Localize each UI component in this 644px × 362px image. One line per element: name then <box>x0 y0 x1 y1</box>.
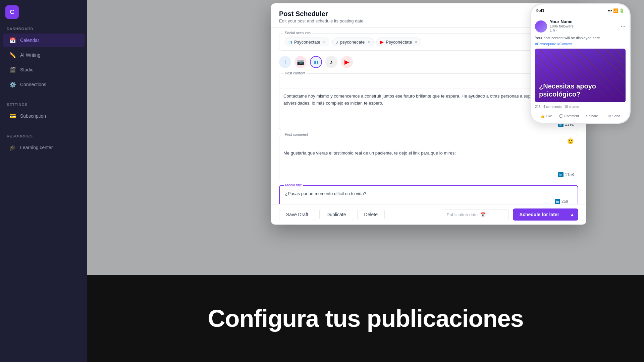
phone-frame: 9:41 ▪▪▪ 📶 🔋 Your Name 1806 followers 1 … <box>530 3 631 124</box>
post-actions: 👍 Like 💬 Comment ↗ Share ✉ <box>535 110 626 119</box>
settings-section-label: SETTINGS <box>0 103 87 107</box>
comment-icon: 💬 <box>559 114 563 118</box>
linkedin-post-preview: Your Name 1806 followers 1 h · ··· Your … <box>531 16 630 123</box>
publication-date-field[interactable]: Publication date 📅 <box>442 209 509 220</box>
youtube-platform-tab[interactable]: ▶ <box>341 56 353 68</box>
bottom-bar: Configura tus publicaciones <box>87 275 644 362</box>
main-content: Post Scheduler Edit your post and schedu… <box>87 0 644 362</box>
like-icon: 👍 <box>541 114 545 118</box>
post-options-icon[interactable]: ··· <box>621 23 626 30</box>
linkedin-platform-tab[interactable]: in <box>310 56 322 68</box>
phone-time: 9:41 <box>536 8 544 13</box>
calendar-icon: 📅 <box>480 212 486 217</box>
remove-tiktok-button[interactable]: × <box>367 39 370 45</box>
first-comment-linkedin-icon: in <box>558 172 564 177</box>
phone-status-bar: 9:41 ▪▪▪ 📶 🔋 <box>531 8 630 16</box>
sidebar-item-studio[interactable]: 🎬 Studio <box>3 63 85 76</box>
sidebar-label-studio: Studio <box>20 67 34 72</box>
duplicate-button[interactable]: Duplicate <box>319 209 353 220</box>
post-user-info: Your Name 1806 followers 1 h · <box>550 19 574 34</box>
account-name-linkedin: Psyconéctate <box>294 40 320 45</box>
sidebar-item-connections[interactable]: ⚙️ Connections <box>3 78 85 91</box>
post-preview-text: Your post content will be displayed here <box>535 36 626 41</box>
post-hashtags: #Creasquare #Content <box>535 42 626 46</box>
phone-preview: 9:41 ▪▪▪ 📶 🔋 Your Name 1806 followers 1 … <box>530 3 631 124</box>
dashboard-section-label: DASHBOARD <box>0 27 87 31</box>
account-tag-youtube[interactable]: ▶ Psyconéctate × <box>376 38 421 46</box>
share-action[interactable]: ↗ Share <box>580 113 603 119</box>
tiktok-platform-tab[interactable]: ♪ <box>325 56 337 68</box>
media-title-linkedin-icon: in <box>555 199 560 204</box>
social-accounts-label: Social accounts <box>283 31 312 35</box>
remove-youtube-button[interactable]: × <box>415 39 417 45</box>
sidebar-item-learning-center[interactable]: 🎓 Learning center <box>3 141 85 154</box>
share-icon: ↗ <box>585 114 588 118</box>
post-image-text: ¿Necesitas apoyopsicológico? <box>539 82 596 98</box>
first-comment-char-count: in 1158 <box>279 171 578 180</box>
learning-center-icon: 🎓 <box>9 144 16 151</box>
schedule-arrow-icon[interactable]: ▲ <box>566 209 578 220</box>
linkedin-platform-icon: in <box>288 39 292 45</box>
post-image: ¿Necesitas apoyopsicológico? <box>535 49 626 102</box>
send-action[interactable]: ✉ Send <box>603 113 626 119</box>
instagram-platform-tab[interactable]: 📷 <box>294 56 307 68</box>
pub-date-label: Publication date <box>447 212 478 217</box>
post-avatar <box>535 20 547 33</box>
first-comment-label: First comment <box>283 132 310 136</box>
sidebar-logo: C <box>5 5 19 19</box>
sidebar-item-subscription[interactable]: 💳 Subscription <box>3 109 85 123</box>
like-action[interactable]: 👍 Like <box>535 113 558 119</box>
sidebar-item-calendar[interactable]: 📅 Calendar <box>3 34 85 47</box>
bottom-text: Configura tus publicaciones <box>208 305 523 332</box>
subscription-icon: 💳 <box>9 113 16 119</box>
post-meta: 1 h · <box>550 28 574 32</box>
first-comment-textarea[interactable]: Me gustaría que vieras el testimonio rea… <box>279 146 578 169</box>
accounts-row: in Psyconéctate × ♪ psyconecate × ▶ Psyc… <box>285 38 573 46</box>
send-label: Send <box>612 114 620 118</box>
post-card-header: Your Name 1806 followers 1 h · ··· <box>535 19 626 34</box>
post-shares-count: 10 shares <box>564 105 579 109</box>
schedule-for-later-button[interactable]: Schedule for later ▲ <box>513 208 578 221</box>
like-label: Like <box>546 114 552 118</box>
sidebar-label-connections: Connections <box>20 82 46 87</box>
account-tag-linkedin[interactable]: in Psyconéctate × <box>285 38 329 46</box>
account-name-youtube: Psyconéctate <box>386 40 412 45</box>
post-comments-count: 4 comments <box>543 105 561 109</box>
media-title-char-count: in 259 <box>285 197 572 204</box>
youtube-platform-icon: ▶ <box>380 39 384 45</box>
ai-writing-icon: ✏️ <box>9 52 16 58</box>
media-title-input[interactable] <box>285 190 572 197</box>
post-stats: 215 4 comments 10 shares <box>535 102 626 110</box>
account-name-tiktok: psyconecate <box>340 40 365 45</box>
post-followers: 1806 followers <box>550 24 574 28</box>
post-content-label: Post content <box>283 71 307 75</box>
account-tag-tiktok[interactable]: ♪ psyconecate × <box>332 38 374 46</box>
schedule-label: Schedule for later <box>513 208 566 221</box>
send-icon: ✉ <box>608 114 611 118</box>
remove-linkedin-button[interactable]: × <box>323 39 326 45</box>
sidebar-label-subscription: Subscription <box>20 113 46 119</box>
share-label: Share <box>589 114 598 118</box>
sidebar-item-ai-writing[interactable]: ✏️ AI Writing <box>3 48 85 62</box>
facebook-platform-tab[interactable]: f <box>279 56 291 68</box>
sidebar: C DASHBOARD 📅 Calendar ✏️ AI Writing 🎬 S… <box>0 0 87 362</box>
delete-button[interactable]: Delete <box>357 209 385 220</box>
sidebar-label-ai-writing: AI Writing <box>20 52 40 58</box>
post-user-name: Your Name <box>550 19 574 24</box>
connections-icon: ⚙️ <box>9 81 16 88</box>
tiktok-platform-icon: ♪ <box>336 39 338 45</box>
phone-indicators: ▪▪▪ 📶 🔋 <box>608 8 624 13</box>
calendar-icon: 📅 <box>9 37 16 44</box>
comment-action[interactable]: 💬 Comment <box>558 113 581 119</box>
first-comment-section: First comment 🙂 Me gustaría que vieras e… <box>279 135 578 180</box>
studio-icon: 🎬 <box>9 66 16 73</box>
sidebar-label-learning-center: Learning center <box>20 145 53 150</box>
modal-footer: Save Draft Duplicate Delete Publication … <box>271 204 586 225</box>
first-comment-emoji-button[interactable]: 🙂 <box>566 136 575 146</box>
comment-label: Comment <box>565 114 579 118</box>
sidebar-label-calendar: Calendar <box>20 38 39 43</box>
resources-section-label: RESOURCES <box>0 134 87 138</box>
save-draft-button[interactable]: Save Draft <box>279 209 315 220</box>
media-title-section: Media title in 259 <box>279 185 578 204</box>
modal-overlay: Post Scheduler Edit your post and schedu… <box>87 0 644 275</box>
